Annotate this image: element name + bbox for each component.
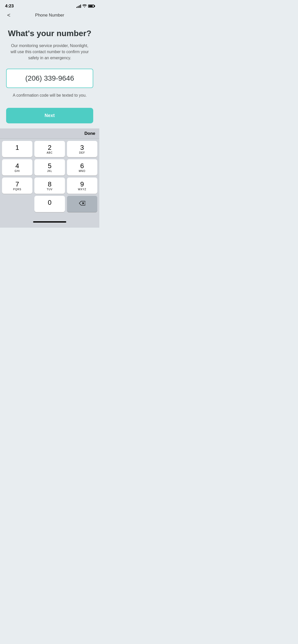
back-button[interactable]: <: [5, 11, 12, 20]
key-1-letters: [17, 151, 18, 154]
key-4[interactable]: 4 GHI: [2, 159, 32, 175]
home-bar: [33, 221, 66, 223]
key-2-letters: ABC: [47, 151, 53, 154]
key-9-letters: WXYZ: [78, 188, 86, 191]
key-9[interactable]: 9 WXYZ: [67, 178, 97, 194]
confirmation-text: A confirmation code will be texted to yo…: [13, 93, 87, 98]
key-2[interactable]: 2 ABC: [34, 141, 65, 157]
key-0[interactable]: 0: [34, 196, 65, 212]
key-5[interactable]: 5 JKL: [34, 159, 65, 175]
key-3-letters: DEF: [79, 151, 85, 154]
key-6[interactable]: 6 MNO: [67, 159, 97, 175]
key-1[interactable]: 1: [2, 141, 32, 157]
nav-header: < Phone Number: [0, 11, 99, 21]
done-button[interactable]: Done: [85, 131, 96, 136]
key-6-letters: MNO: [79, 170, 85, 172]
key-empty: [2, 196, 32, 212]
page-subtitle: Our monitoring service provider, Noonlig…: [9, 43, 90, 61]
page-heading: What's your number?: [8, 28, 91, 38]
key-9-number: 9: [80, 181, 84, 187]
battery-icon: [88, 5, 94, 8]
phone-input[interactable]: [6, 69, 93, 88]
status-icons: [76, 4, 94, 8]
keyboard-area: Done 1 2 ABC 3 DEF 4 GHI 5 JKL 6 MNO: [0, 128, 99, 219]
home-indicator: [0, 219, 99, 228]
key-0-letters: [49, 206, 50, 209]
keyboard-toolbar: Done: [0, 128, 99, 139]
signal-icon: [76, 4, 81, 8]
wifi-icon: [83, 4, 87, 8]
key-3-number: 3: [80, 144, 84, 151]
main-content: What's your number? Our monitoring servi…: [0, 21, 99, 128]
key-3[interactable]: 3 DEF: [67, 141, 97, 157]
status-time: 4:23: [5, 4, 14, 9]
key-4-number: 4: [15, 163, 19, 169]
key-8-number: 8: [48, 181, 51, 187]
key-8-letters: TUV: [47, 188, 52, 191]
key-5-letters: JKL: [47, 170, 52, 172]
phone-input-container: [6, 69, 93, 88]
delete-icon: [79, 201, 85, 207]
key-0-number: 0: [48, 199, 51, 206]
key-7-letters: PQRS: [13, 188, 21, 191]
key-8[interactable]: 8 TUV: [34, 178, 65, 194]
status-bar: 4:23: [0, 0, 99, 11]
key-delete[interactable]: [67, 196, 97, 212]
key-5-number: 5: [48, 163, 51, 169]
keyboard-grid: 1 2 ABC 3 DEF 4 GHI 5 JKL 6 MNO 7 PQRS: [0, 139, 99, 214]
key-4-letters: GHI: [15, 170, 20, 172]
key-6-number: 6: [80, 163, 84, 169]
next-button[interactable]: Next: [6, 108, 93, 123]
key-1-number: 1: [15, 144, 19, 151]
key-7[interactable]: 7 PQRS: [2, 178, 32, 194]
key-2-number: 2: [48, 144, 51, 151]
key-7-number: 7: [15, 181, 19, 187]
nav-title: Phone Number: [35, 13, 64, 18]
